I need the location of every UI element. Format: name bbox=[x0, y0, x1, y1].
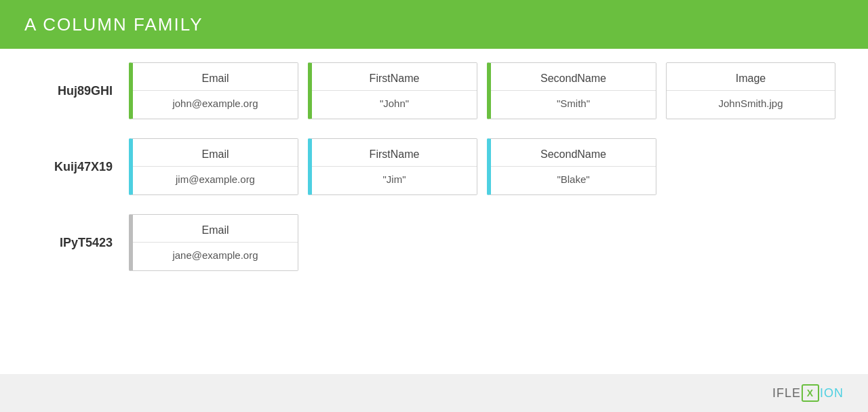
page-title: A COLUMN FAMILY bbox=[24, 14, 203, 35]
logo-icon-x: X bbox=[802, 384, 819, 402]
cell-1-4-header: Image bbox=[667, 63, 835, 91]
logo: IFLE X ION bbox=[772, 384, 844, 402]
cell-2-2: FirstName "Jim" bbox=[308, 138, 477, 195]
cell-1-1-header: Email bbox=[133, 63, 298, 91]
cell-2-1-header: Email bbox=[133, 139, 298, 167]
cell-1-3-header: SecondName bbox=[491, 63, 656, 91]
cell-2-2-header: FirstName bbox=[312, 139, 477, 167]
logo-text-right: ION bbox=[820, 386, 844, 400]
row-key-3: IPyT5423 bbox=[20, 236, 129, 250]
row-kuij47x19: Kuij47X19 Email jim@example.org FirstNam… bbox=[20, 138, 868, 195]
cell-1-1: Email john@example.org bbox=[129, 62, 298, 119]
cell-1-4-value: JohnSmith.jpg bbox=[667, 91, 835, 119]
cell-1-4: Image JohnSmith.jpg bbox=[666, 62, 835, 119]
cell-2-3: SecondName "Blake" bbox=[487, 138, 656, 195]
cell-3-1-header: Email bbox=[133, 215, 298, 243]
cell-1-2: FirstName "John" bbox=[308, 62, 477, 119]
logo-x-letter: X bbox=[807, 388, 814, 398]
row-huj89ghi: Huj89GHI Email john@example.org FirstNam… bbox=[20, 62, 868, 119]
cell-1-3: SecondName "Smith" bbox=[487, 62, 656, 119]
cell-2-1-value: jim@example.org bbox=[133, 167, 298, 194]
cell-1-3-value: "Smith" bbox=[491, 91, 656, 119]
cell-1-1-value: john@example.org bbox=[133, 91, 298, 119]
cell-2-3-header: SecondName bbox=[491, 139, 656, 167]
cell-3-1-value: jane@example.org bbox=[133, 243, 298, 270]
cell-1-2-value: "John" bbox=[312, 91, 477, 119]
cell-1-2-header: FirstName bbox=[312, 63, 477, 91]
columns-row-3: Email jane@example.org bbox=[129, 214, 298, 271]
cell-2-2-value: "Jim" bbox=[312, 167, 477, 194]
row-key-2: Kuij47X19 bbox=[20, 160, 129, 174]
columns-row-2: Email jim@example.org FirstName "Jim" Se… bbox=[129, 138, 656, 195]
cell-2-1: Email jim@example.org bbox=[129, 138, 298, 195]
main-content: Huj89GHI Email john@example.org FirstNam… bbox=[0, 49, 868, 374]
row-key-1: Huj89GHI bbox=[20, 84, 129, 98]
cell-3-1: Email jane@example.org bbox=[129, 214, 298, 271]
cell-2-3-value: "Blake" bbox=[491, 167, 656, 194]
page-footer: IFLE X ION bbox=[0, 374, 868, 412]
logo-text-left: IFLE bbox=[772, 386, 801, 400]
columns-row-1: Email john@example.org FirstName "John" … bbox=[129, 62, 835, 119]
page-header: A COLUMN FAMILY bbox=[0, 0, 868, 49]
row-ipyt5423: IPyT5423 Email jane@example.org bbox=[20, 214, 868, 271]
